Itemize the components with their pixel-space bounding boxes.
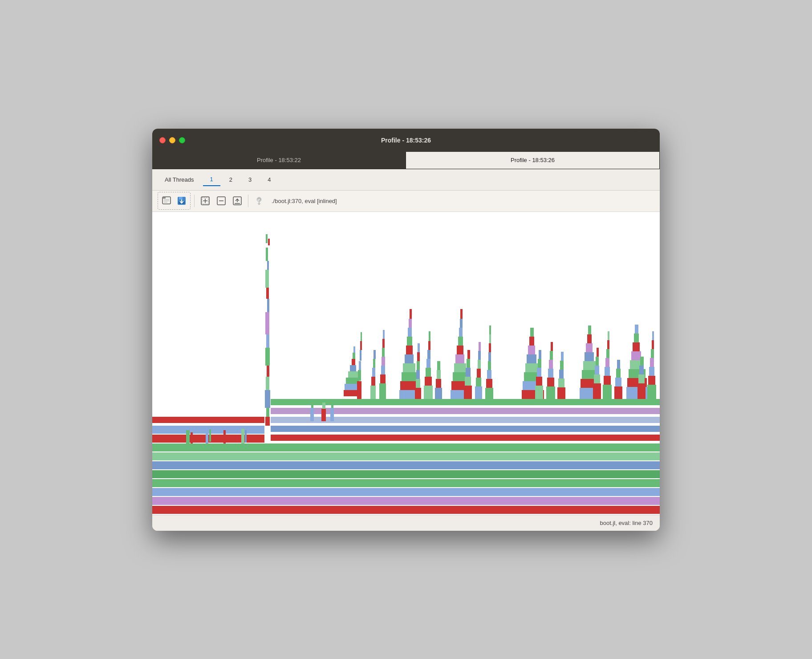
svg-rect-132 [478, 360, 481, 369]
svg-rect-6 [179, 197, 183, 199]
minimize-button[interactable] [169, 137, 175, 143]
svg-rect-209 [652, 331, 654, 340]
svg-rect-119 [457, 346, 463, 354]
svg-rect-140 [489, 343, 491, 352]
svg-rect-130 [476, 378, 481, 386]
svg-rect-79 [374, 350, 376, 359]
svg-rect-46 [265, 312, 269, 334]
svg-rect-37 [270, 399, 660, 405]
svg-rect-68 [353, 346, 355, 353]
svg-rect-55 [191, 432, 193, 443]
svg-rect-106 [426, 359, 430, 368]
svg-rect-124 [464, 386, 472, 399]
svg-rect-109 [429, 331, 430, 341]
svg-rect-27 [152, 461, 660, 469]
svg-rect-35 [270, 417, 660, 423]
tab-thread-3[interactable]: 3 [241, 174, 259, 186]
svg-rect-206 [650, 358, 654, 367]
export-button[interactable] [230, 194, 244, 208]
svg-rect-95 [409, 319, 412, 328]
svg-rect-72 [360, 350, 361, 361]
svg-rect-214 [330, 408, 334, 421]
svg-rect-127 [467, 359, 470, 368]
svg-rect-128 [467, 350, 470, 359]
profile-tab-2[interactable]: Profile - 18:53:26 [406, 152, 660, 169]
toolbar: ./boot.jl:370, eval [inlined] [152, 191, 660, 212]
svg-rect-30 [152, 435, 270, 443]
profile-tab-bar: Profile - 18:53:22 Profile - 18:53:26 [152, 152, 660, 169]
svg-rect-196 [633, 342, 640, 351]
svg-rect-141 [489, 334, 491, 343]
flame-graph-area[interactable] [152, 212, 660, 515]
svg-rect-52 [266, 408, 269, 417]
svg-rect-120 [458, 337, 463, 346]
svg-rect-80 [379, 383, 386, 399]
svg-rect-45 [267, 299, 269, 312]
svg-rect-92 [406, 346, 413, 354]
tab-all-threads[interactable]: All Threads [158, 174, 201, 186]
svg-rect-42 [267, 261, 269, 270]
svg-rect-160 [550, 351, 553, 360]
svg-rect-85 [382, 339, 385, 348]
svg-rect-25 [152, 479, 660, 487]
svg-rect-50 [266, 377, 269, 390]
svg-rect-29 [152, 443, 660, 452]
svg-rect-67 [353, 353, 355, 359]
close-button[interactable] [159, 137, 166, 143]
svg-rect-155 [539, 350, 541, 359]
svg-rect-212 [321, 409, 326, 421]
svg-rect-41 [266, 248, 268, 261]
tab-thread-4[interactable]: 4 [260, 174, 278, 186]
zoom-fit-button[interactable] [198, 194, 212, 208]
svg-rect-150 [530, 328, 534, 337]
svg-rect-90 [403, 363, 415, 372]
thread-tab-bar: All Threads 1 2 3 4 [152, 169, 660, 191]
zoom-out-button[interactable] [214, 194, 228, 208]
svg-rect-156 [546, 386, 555, 399]
svg-rect-174 [588, 325, 591, 334]
svg-rect-161 [551, 342, 553, 351]
svg-rect-111 [436, 379, 441, 388]
hint-button[interactable] [252, 194, 266, 208]
svg-rect-185 [607, 340, 609, 349]
svg-rect-147 [527, 354, 536, 363]
save-button[interactable] [175, 194, 189, 208]
load-button[interactable] [159, 194, 174, 208]
svg-rect-31 [152, 426, 270, 434]
svg-rect-57 [209, 429, 211, 442]
hint-icon [254, 196, 264, 206]
svg-rect-205 [649, 367, 654, 376]
svg-rect-201 [639, 366, 644, 374]
profile-tab-1[interactable]: Profile - 18:53:22 [152, 152, 406, 169]
svg-rect-139 [488, 352, 491, 361]
svg-rect-153 [537, 368, 541, 377]
svg-rect-200 [638, 374, 645, 383]
maximize-button[interactable] [179, 137, 185, 143]
tab-thread-1[interactable]: 1 [203, 173, 220, 186]
svg-rect-110 [435, 388, 442, 399]
svg-rect-177 [595, 366, 599, 374]
svg-rect-96 [410, 309, 412, 319]
svg-rect-213 [322, 403, 325, 409]
svg-rect-117 [454, 363, 466, 372]
svg-rect-71 [359, 361, 361, 370]
svg-rect-210 [310, 408, 314, 421]
svg-rect-81 [380, 374, 386, 383]
svg-rect-91 [405, 354, 414, 363]
svg-rect-48 [265, 348, 270, 366]
tab-thread-2[interactable]: 2 [222, 174, 240, 186]
svg-rect-187 [614, 386, 622, 399]
flame-graph [152, 212, 660, 515]
svg-rect-157 [547, 378, 554, 386]
svg-rect-162 [557, 387, 565, 399]
titlebar: Profile - 18:53:26 [152, 129, 660, 152]
svg-rect-36 [270, 408, 660, 414]
svg-rect-142 [489, 325, 491, 334]
svg-rect-102 [418, 343, 420, 352]
svg-rect-28 [152, 452, 660, 460]
svg-rect-199 [637, 383, 646, 399]
svg-rect-149 [529, 337, 534, 346]
svg-rect-186 [608, 331, 609, 340]
svg-rect-202 [640, 357, 644, 366]
svg-rect-166 [561, 352, 564, 361]
